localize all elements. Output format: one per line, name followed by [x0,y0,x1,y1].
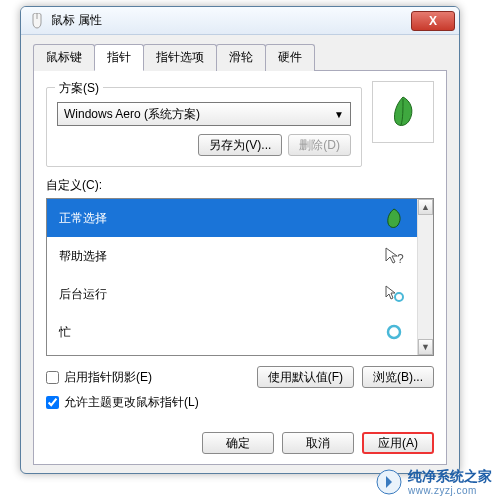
apply-button[interactable]: 应用(A) [362,432,434,454]
svg-point-2 [395,293,403,301]
list-item-label: 正常选择 [59,210,107,227]
scheme-group-label: 方案(S) [55,80,103,97]
mouse-icon [29,13,45,29]
busy-cursor-icon [383,321,405,343]
tab-hardware[interactable]: 硬件 [265,44,315,71]
scrollbar[interactable]: ▲ ▼ [417,199,433,355]
scheme-row: 方案(S) Windows Aero (系统方案) ▼ 另存为(V)... 删除… [46,81,434,167]
custom-label: 自定义(C): [46,177,434,194]
arrow-help-cursor-icon: ? [383,245,405,267]
scheme-group: 方案(S) Windows Aero (系统方案) ▼ 另存为(V)... 删除… [46,87,362,167]
theme-checkbox-label: 允许主题更改鼠标指针(L) [64,394,199,411]
window-title: 鼠标 属性 [51,12,411,29]
watermark: 纯净系统之家 www.zyzj.com [376,468,492,496]
tab-buttons[interactable]: 鼠标键 [33,44,95,71]
list-item-label: 忙 [59,324,71,341]
scheme-button-row: 另存为(V)... 删除(D) [57,134,351,156]
chevron-down-icon: ▼ [334,109,344,120]
tab-panel-pointers: 方案(S) Windows Aero (系统方案) ▼ 另存为(V)... 删除… [33,71,447,465]
shadow-checkbox[interactable]: 启用指针阴影(E) [46,369,152,386]
cursor-listbox[interactable]: 正常选择 帮助选择 ? 后台运行 [46,198,434,356]
list-viewport: 正常选择 帮助选择 ? 后台运行 [47,199,417,355]
scheme-select[interactable]: Windows Aero (系统方案) ▼ [57,102,351,126]
list-item-background[interactable]: 后台运行 [47,275,417,313]
shadow-checkbox-label: 启用指针阴影(E) [64,369,152,386]
dialog-footer: 确定 取消 应用(A) [202,432,434,454]
shadow-checkbox-input[interactable] [46,371,59,384]
svg-point-3 [388,326,400,338]
delete-button: 删除(D) [288,134,351,156]
tab-wheel[interactable]: 滑轮 [216,44,266,71]
list-item-normal[interactable]: 正常选择 [47,199,417,237]
dialog-body: 鼠标键 指针 指针选项 滑轮 硬件 方案(S) Windows Aero (系统… [21,35,459,474]
scroll-up-button[interactable]: ▲ [418,199,433,215]
save-as-button[interactable]: 另存为(V)... [198,134,282,156]
scheme-select-value: Windows Aero (系统方案) [64,106,200,123]
watermark-url: www.zyzj.com [408,485,492,497]
close-button[interactable]: X [411,11,455,31]
list-item-help[interactable]: 帮助选择 ? [47,237,417,275]
tab-pointers[interactable]: 指针 [94,44,144,71]
theme-checkbox-input[interactable] [46,396,59,409]
close-icon: X [429,14,437,28]
ok-button[interactable]: 确定 [202,432,274,454]
list-item-label: 后台运行 [59,286,107,303]
tab-pointer-options[interactable]: 指针选项 [143,44,217,71]
list-item-label: 帮助选择 [59,248,107,265]
watermark-logo-icon [376,469,402,495]
theme-checkbox[interactable]: 允许主题更改鼠标指针(L) [46,394,434,411]
tab-strip: 鼠标键 指针 指针选项 滑轮 硬件 [33,43,447,71]
leaf-cursor-icon [389,95,417,129]
browse-button[interactable]: 浏览(B)... [362,366,434,388]
watermark-title: 纯净系统之家 [408,468,492,484]
cursor-preview [372,81,434,143]
dialog-window: 鼠标 属性 X 鼠标键 指针 指针选项 滑轮 硬件 方案(S) Windows … [20,6,460,474]
use-defaults-button[interactable]: 使用默认值(F) [257,366,354,388]
list-item-busy[interactable]: 忙 [47,313,417,351]
titlebar: 鼠标 属性 X [21,7,459,35]
svg-text:?: ? [397,252,404,266]
leaf-cursor-icon [383,207,405,229]
cancel-button[interactable]: 取消 [282,432,354,454]
arrow-busy-cursor-icon [383,283,405,305]
options-area: 启用指针阴影(E) 使用默认值(F) 浏览(B)... 允许主题更改鼠标指针(L… [46,366,434,411]
scroll-down-button[interactable]: ▼ [418,339,433,355]
